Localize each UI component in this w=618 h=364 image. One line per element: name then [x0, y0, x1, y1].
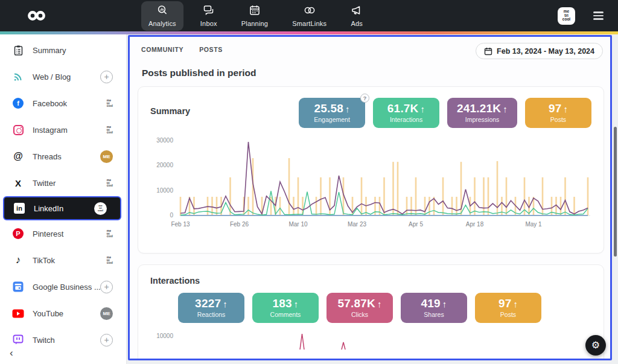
summary-metric-tiles: ? 25.58↑ Engagement 61.7K↑ Interactions …	[299, 98, 591, 128]
posts-bar	[488, 177, 489, 216]
metric-tile-posts[interactable]: 97↑ Posts	[525, 98, 591, 128]
facebook-icon: f	[13, 98, 24, 109]
trend-up-icon: ↑	[377, 299, 382, 309]
sidebar-item-pinterest[interactable]: P Pinterest metricool	[0, 220, 126, 247]
add-connection-icon[interactable]: +	[100, 334, 113, 346]
posts-bar	[298, 177, 299, 216]
posts-bar	[374, 197, 376, 216]
nav-label: Analytics	[148, 20, 176, 27]
metric-tile-reactions[interactable]: 3227↑ Reactions	[178, 293, 244, 323]
nav-smartlinks[interactable]: SmartLinks	[285, 1, 334, 31]
metric-tile-posts-2[interactable]: 97↑ Posts	[475, 293, 541, 323]
sidebar-item-linkedin[interactable]: in LinkedIn metricool	[3, 196, 121, 220]
help-icon[interactable]: ?	[360, 94, 369, 103]
main-content: COMMUNITY POSTS Feb 13, 2024 - May 13, 2…	[128, 35, 612, 360]
add-connection-icon[interactable]: +	[100, 281, 113, 293]
posts-bar	[410, 197, 412, 216]
nav-label: Planning	[241, 20, 268, 27]
metric-tile-comments[interactable]: 183↑ Comments	[252, 293, 319, 323]
y-tick-label: 20000	[156, 162, 173, 168]
x-tick-label: Feb 13	[171, 221, 190, 228]
metricool-brand-badge: metricool	[107, 256, 113, 264]
posts-bar	[415, 177, 417, 216]
y-tick-label: 10000	[150, 333, 178, 350]
metricool-logo-icon[interactable]	[27, 10, 47, 22]
page-title: Posts published in period	[142, 68, 602, 78]
trend-up-icon: ↑	[442, 299, 447, 309]
nav-inbox[interactable]: Inbox	[193, 1, 225, 31]
x-tick-label: Mar 10	[288, 221, 307, 228]
posts-bar	[397, 162, 399, 216]
sidebar-item-youtube[interactable]: YouTube ME	[0, 300, 126, 327]
page-scrollbar-thumb[interactable]	[614, 127, 617, 257]
linkedin-icon: in	[14, 203, 25, 214]
sidebar-item-facebook[interactable]: f Facebook metricool	[0, 90, 126, 117]
sidebar-item-tiktok[interactable]: ♪ TikTok metricool	[0, 247, 126, 273]
metric-tile-engagement[interactable]: ? 25.58↑ Engagement	[299, 98, 365, 128]
rss-icon	[11, 71, 25, 82]
clicks-spike	[341, 342, 346, 350]
sidebar-item-label: TikTok	[33, 256, 55, 265]
posts-bar	[279, 197, 281, 216]
posts-bar	[474, 177, 476, 216]
account-badge[interactable]: me tri cool	[558, 7, 575, 25]
posts-bar	[193, 197, 195, 216]
sidebar-item-instagram[interactable]: Instagram metricool	[0, 117, 126, 143]
trend-up-icon: ↑	[345, 104, 350, 114]
twitter-x-icon: X	[11, 178, 25, 188]
posts-bar	[428, 197, 430, 216]
x-tick-label: May 1	[525, 221, 541, 228]
metric-tile-impressions[interactable]: 241.21K↑ Impressions	[447, 98, 517, 128]
summary-card-title: Summary	[150, 106, 190, 116]
chart-plot-area[interactable]	[178, 138, 591, 217]
y-tick-label: 10000	[156, 187, 173, 194]
posts-bar	[320, 177, 322, 216]
sidebar-item-twitch[interactable]: Twitch +	[0, 327, 126, 353]
date-range-picker[interactable]: Feb 13, 2024 - May 13, 2024	[476, 43, 603, 59]
sidebar-item-label: Summary	[33, 46, 66, 55]
trend-up-icon: ↑	[563, 104, 568, 114]
sidebar-item-google-business[interactable]: Google Business ... +	[0, 273, 126, 300]
posts-bar	[456, 197, 457, 216]
settings-fab[interactable]: ⚙	[585, 335, 606, 356]
sidebar-item-web-blog[interactable]: Web / Blog +	[0, 63, 126, 90]
menu-icon[interactable]	[593, 11, 604, 19]
interactions-metric-tiles: 3227↑ Reactions 183↑ Comments 57.87K↑ Cl…	[178, 293, 591, 323]
tab-community[interactable]: COMMUNITY	[141, 46, 183, 53]
posts-bar	[564, 177, 566, 216]
google-business-icon	[11, 281, 25, 292]
posts-bar	[560, 197, 562, 216]
tab-posts[interactable]: POSTS	[199, 46, 223, 53]
sidebar-item-twitter[interactable]: X Twitter metricool	[0, 170, 126, 196]
metric-tile-clicks[interactable]: 57.87K↑ Clicks	[327, 293, 393, 323]
instagram-icon	[13, 125, 24, 135]
metric-tile-interactions[interactable]: 61.7K↑ Interactions	[373, 98, 439, 128]
sidebar-item-label: Threads	[33, 152, 62, 161]
nav-ads[interactable]: Ads	[343, 1, 370, 31]
nav-analytics[interactable]: Analytics	[141, 1, 183, 31]
summary-chart: 3000020000100000 Feb 13Feb 26Mar 10Mar 2…	[150, 138, 591, 232]
posts-bar	[542, 177, 544, 216]
posts-bar	[442, 177, 444, 216]
sidebar-item-label: LinkedIn	[34, 204, 63, 213]
sidebar-item-label: Web / Blog	[33, 72, 71, 81]
posts-bar	[392, 162, 394, 216]
posts-bar	[288, 158, 290, 216]
sidebar-item-label: Instagram	[33, 126, 68, 135]
x-tick-label: Mar 23	[348, 221, 366, 228]
x-tick-label: Apr 5	[409, 221, 423, 228]
y-tick-label: 30000	[156, 137, 173, 144]
metricool-brand-badge: metricool	[94, 202, 107, 215]
sidebar-item-label: Facebook	[33, 99, 67, 108]
sidebar-item-threads[interactable]: @ Threads ME	[0, 143, 126, 170]
metric-tile-shares[interactable]: 419↑ Shares	[401, 293, 467, 323]
add-connection-icon[interactable]: +	[100, 71, 113, 83]
trend-up-icon: ↑	[421, 104, 425, 114]
chart-plot-area[interactable]	[178, 333, 591, 350]
trend-up-icon: ↑	[513, 299, 518, 309]
sidebar-item-label: Twitter	[33, 179, 56, 188]
sidebar-item-summary[interactable]: Summary	[0, 37, 126, 63]
account-badge-line: cool	[562, 18, 570, 22]
nav-planning[interactable]: Planning	[234, 1, 275, 31]
sidebar-collapse-button[interactable]: ‹	[6, 346, 17, 360]
